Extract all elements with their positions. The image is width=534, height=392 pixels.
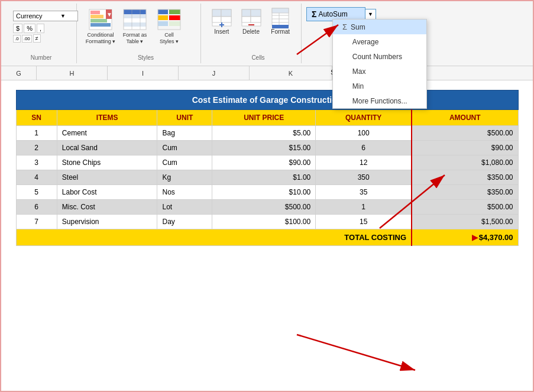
header-unit: UNIT bbox=[157, 110, 212, 126]
percent-btn[interactable]: % bbox=[24, 24, 35, 33]
cell-sn-6: 6 bbox=[16, 200, 57, 215]
cell-item-7: Supervision bbox=[57, 215, 157, 229]
svg-rect-1 bbox=[90, 11, 100, 14]
main-container: Currency ▼ $ % , .0 .00 ≠ Number bbox=[0, 0, 534, 392]
header-quantity: QUANTITY bbox=[316, 110, 412, 126]
table-row: 5 Labor Cost Nos $10.00 35 $350.00 bbox=[16, 185, 518, 200]
svg-rect-8 bbox=[124, 14, 146, 18]
col-header-j: J bbox=[179, 66, 250, 80]
cell-unit-2: Cum bbox=[157, 141, 212, 155]
total-amount-value: $4,370.00 bbox=[479, 233, 513, 242]
cost-estimate-table: Cost Estimate of Garage Construction SN … bbox=[16, 90, 519, 246]
table-row: 1 Cement Bag $5.00 100 $500.00 bbox=[16, 126, 518, 141]
number-group: Currency ▼ $ % , .0 .00 ≠ Number bbox=[6, 4, 77, 63]
svg-rect-15 bbox=[158, 9, 168, 14]
cell-unit-1: Bag bbox=[157, 126, 212, 141]
format-as-table-btn[interactable]: Format asTable ▾ bbox=[118, 7, 151, 46]
delete-btn[interactable]: Delete bbox=[238, 7, 265, 35]
svg-rect-30 bbox=[242, 9, 251, 17]
cell-price-6: $500.00 bbox=[212, 200, 316, 215]
svg-rect-32 bbox=[242, 17, 251, 22]
header-sn: SN bbox=[16, 110, 57, 126]
dropdown-item-sum[interactable]: Σ Sum bbox=[333, 20, 426, 34]
cell-item-5: Labor Cost bbox=[57, 185, 157, 200]
cell-amount-1: $500.00 bbox=[412, 126, 518, 141]
format-row-1: $ % , bbox=[13, 24, 69, 33]
cell-unit-6: Lot bbox=[157, 200, 212, 215]
table-row: 7 Supervision Day $100.00 15 $1,500.00 bbox=[16, 215, 518, 229]
cell-price-1: $5.00 bbox=[212, 126, 316, 141]
insert-label: Insert bbox=[214, 28, 229, 35]
svg-rect-18 bbox=[169, 15, 180, 20]
svg-rect-24 bbox=[221, 9, 231, 17]
dropdown-item-average[interactable]: Average bbox=[333, 34, 426, 49]
conditional-formatting-btn[interactable]: ▼ ConditionalFormatting ▾ bbox=[84, 7, 117, 46]
dropdown-item-max[interactable]: Max bbox=[333, 64, 426, 79]
cell-qty-5: 35 bbox=[316, 185, 412, 200]
dropdown-item-min[interactable]: Min bbox=[333, 79, 426, 93]
table-header-row: SN ITEMS UNIT UNIT PRICE QUANTITY AMOUNT bbox=[16, 110, 518, 126]
svg-text:▼: ▼ bbox=[106, 11, 112, 18]
col-header-g: G bbox=[1, 66, 37, 80]
cell-amount-7: $1,500.00 bbox=[412, 215, 518, 229]
total-label-cell: TOTAL COSTING bbox=[16, 229, 412, 246]
not-equal-btn[interactable]: ≠ bbox=[33, 34, 41, 43]
sigma-icon: Σ bbox=[312, 9, 316, 19]
cell-price-4: $1.00 bbox=[212, 170, 316, 185]
svg-rect-3 bbox=[90, 19, 107, 22]
cell-sn-3: 3 bbox=[16, 155, 57, 170]
cells-group-label: Cells bbox=[208, 54, 308, 61]
cell-sn-4: 4 bbox=[16, 170, 57, 185]
cell-styles-btn[interactable]: CellStyles ▾ bbox=[153, 7, 186, 46]
insert-btn[interactable]: Insert bbox=[208, 7, 235, 35]
total-arrow-icon: ▶ bbox=[472, 233, 478, 242]
format-btn[interactable]: Format bbox=[267, 7, 294, 35]
format-row-2: .0 .00 ≠ bbox=[13, 34, 69, 43]
cell-qty-4: 350 bbox=[316, 170, 412, 185]
cell-unit-5: Nos bbox=[157, 185, 212, 200]
decrease-decimal-btn[interactable]: .0 bbox=[13, 35, 21, 43]
col-header-h: H bbox=[37, 66, 108, 80]
format-label: Format bbox=[271, 28, 290, 35]
increase-decimal-btn[interactable]: .00 bbox=[22, 35, 32, 43]
comma-btn[interactable]: , bbox=[37, 24, 44, 33]
number-format-dropdown[interactable]: Currency ▼ bbox=[13, 11, 78, 21]
total-amount-cell: ▶$4,370.00 bbox=[412, 229, 518, 246]
blank-icon-min bbox=[342, 82, 349, 90]
autosum-dropdown-menu: Σ Sum Average Count Numbers Max Min bbox=[332, 19, 427, 109]
cell-price-5: $10.00 bbox=[212, 185, 316, 200]
conditional-formatting-label: ConditionalFormatting ▾ bbox=[86, 32, 116, 45]
dollar-btn[interactable]: $ bbox=[13, 24, 22, 33]
cell-styles-label: CellStyles ▾ bbox=[160, 32, 179, 45]
svg-rect-25 bbox=[212, 17, 221, 22]
cell-amount-5: $350.00 bbox=[412, 185, 518, 200]
svg-rect-26 bbox=[221, 17, 231, 22]
svg-line-47 bbox=[297, 335, 415, 370]
cell-unit-3: Cum bbox=[157, 155, 212, 170]
cell-qty-1: 100 bbox=[316, 126, 412, 141]
spreadsheet: Cost Estimate of Garage Construction SN … bbox=[1, 80, 533, 255]
table-row: 2 Local Sand Cum $15.00 6 $90.00 bbox=[16, 141, 518, 155]
table-row: 3 Stone Chips Cum $90.00 12 $1,080.00 bbox=[16, 155, 518, 170]
svg-rect-11 bbox=[124, 27, 146, 30]
cell-amount-3: $1,080.00 bbox=[412, 155, 518, 170]
svg-rect-23 bbox=[212, 9, 221, 17]
svg-rect-17 bbox=[158, 15, 168, 20]
ribbon: Currency ▼ $ % , .0 .00 ≠ Number bbox=[1, 1, 533, 66]
cell-unit-4: Kg bbox=[157, 170, 212, 185]
cell-sn-1: 1 bbox=[16, 126, 57, 141]
dropdown-item-count[interactable]: Count Numbers bbox=[333, 49, 426, 64]
dropdown-arrow-icon: ▼ bbox=[60, 13, 66, 19]
delete-label: Delete bbox=[242, 28, 260, 35]
dropdown-item-more[interactable]: More Functions... bbox=[333, 93, 426, 108]
cell-item-4: Steel bbox=[57, 170, 157, 185]
header-amount: AMOUNT bbox=[412, 110, 518, 126]
blank-icon-average bbox=[342, 37, 349, 46]
table-row: 4 Steel Kg $1.00 350 $350.00 bbox=[16, 170, 518, 185]
header-unit-price: UNIT PRICE bbox=[212, 110, 316, 126]
header-items: ITEMS bbox=[57, 110, 157, 126]
spreadsheet-area: Cost Estimate of Garage Construction SN … bbox=[1, 80, 533, 255]
cell-qty-3: 12 bbox=[316, 155, 412, 170]
autosum-dropdown-btn[interactable]: ▼ bbox=[365, 9, 376, 20]
cell-item-6: Misc. Cost bbox=[57, 200, 157, 215]
